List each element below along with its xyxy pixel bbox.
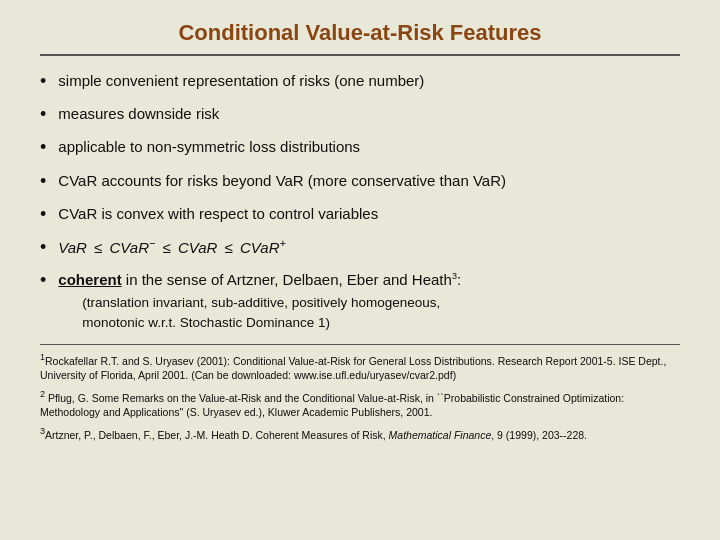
footnotes-section: 1Rockafellar R.T. and S. Uryasev (2001):…	[40, 344, 680, 443]
coherent-text: in the sense of Artzner, Delbaen, Eber a…	[122, 271, 461, 288]
bullet-dot-3: •	[40, 135, 46, 160]
bullet-text-3: applicable to non-symmetric loss distrib…	[58, 136, 680, 157]
bullet-item-3: • applicable to non-symmetric loss distr…	[40, 136, 680, 160]
bullet-text-5: CVaR is convex with respect to control v…	[58, 203, 680, 224]
coherent-indent: (translation invariant, sub-additive, po…	[82, 293, 680, 334]
footnote-1: 1Rockafellar R.T. and S. Uryasev (2001):…	[40, 351, 680, 384]
footnote-3: 3Artzner, P., Delbaen, F., Eber, J.-M. H…	[40, 425, 680, 443]
bullet-dot-1: •	[40, 69, 46, 94]
bullet-item-5: • CVaR is convex with respect to control…	[40, 203, 680, 227]
title-divider	[40, 54, 680, 56]
bullet-dot-7: •	[40, 268, 46, 293]
bullet-dot-4: •	[40, 169, 46, 194]
bullet-dot-6: •	[40, 235, 46, 260]
bullet-math-6: VaR ≤ CVaR− ≤ CVaR ≤ CVaR+	[58, 236, 680, 258]
bullet-dot-5: •	[40, 202, 46, 227]
bullet-item-1: • simple convenient representation of ri…	[40, 70, 680, 94]
footnote-3-italic: Mathematical Finance	[389, 428, 492, 440]
slide-title: Conditional Value-at-Risk Features	[40, 20, 680, 46]
bullet-item-2: • measures downside risk	[40, 103, 680, 127]
bullet-item-4: • CVaR accounts for risks beyond VaR (mo…	[40, 170, 680, 194]
bullet-text-1: simple convenient representation of risk…	[58, 70, 680, 91]
bullet-dot-2: •	[40, 102, 46, 127]
bullet-text-2: measures downside risk	[58, 103, 680, 124]
coherent-label: coherent	[58, 271, 121, 288]
bullet-list: • simple convenient representation of ri…	[40, 70, 680, 334]
bullet-text-4: CVaR accounts for risks beyond VaR (more…	[58, 170, 680, 191]
slide-container: Conditional Value-at-Risk Features • sim…	[0, 0, 720, 540]
bullet-text-7: coherent in the sense of Artzner, Delbae…	[58, 269, 680, 334]
bullet-item-7: • coherent in the sense of Artzner, Delb…	[40, 269, 680, 334]
bullet-item-6: • VaR ≤ CVaR− ≤ CVaR ≤ CVaR+	[40, 236, 680, 260]
footnote-2: 2 Pflug, G. Some Remarks on the Value-at…	[40, 388, 680, 421]
